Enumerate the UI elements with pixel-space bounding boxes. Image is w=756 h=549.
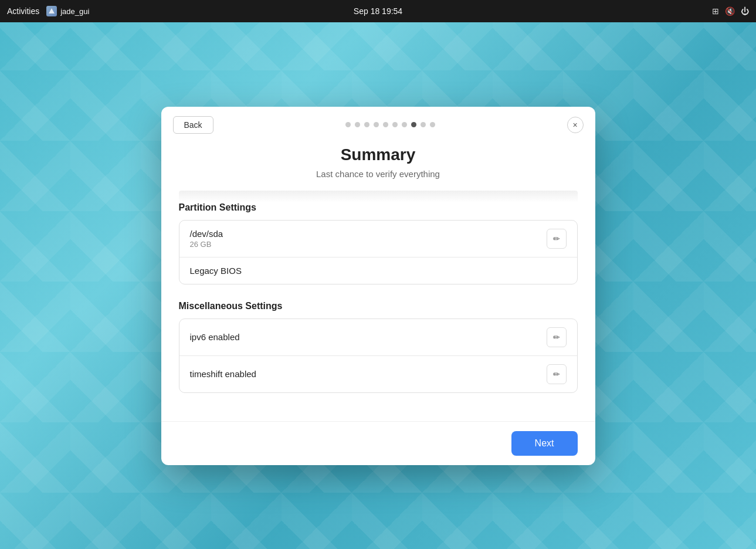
step-dot-4 [374,122,379,127]
timeshift-row: timeshift enabled ✏ [179,356,577,392]
dialog-footer: Next [161,421,595,465]
app-name: jade_gui [60,7,89,16]
close-button[interactable]: × [567,117,584,133]
app-indicator[interactable]: jade_gui [46,6,89,16]
dialog-content: Partition Settings /dev/sda 26 GB ✏ Lega… [161,202,595,421]
taskbar-icons: ⊞ 🔇 ⏻ [712,6,749,16]
partition-device-info: /dev/sda 26 GB [190,229,223,249]
ipv6-info: ipv6 enabled [190,332,240,342]
partition-settings-title: Partition Settings [179,202,578,213]
step-dot-9 [421,122,426,127]
miscellaneous-settings-title: Miscellaneous Settings [179,301,578,311]
step-dot-8 [411,122,416,127]
network-icon: ⊞ [712,6,719,16]
next-button[interactable]: Next [511,431,578,456]
timeshift-edit-button[interactable]: ✏ [547,364,567,384]
miscellaneous-settings-section: Miscellaneous Settings ipv6 enabled ✏ ti… [179,301,578,393]
partition-device-row: /dev/sda 26 GB ✏ [179,221,577,257]
dialog-title: Summary [185,145,572,164]
ipv6-edit-button[interactable]: ✏ [547,327,567,347]
partition-device-sub: 26 GB [190,240,223,249]
dialog-title-area: Summary Last chance to verify everything [161,140,595,191]
ipv6-row: ipv6 enabled ✏ [179,319,577,356]
partition-bios-main: Legacy BIOS [190,266,242,276]
svg-marker-0 [49,8,55,13]
dialog-subtitle: Last chance to verify everything [185,169,572,179]
partition-device-edit-button[interactable]: ✏ [547,229,567,249]
step-dot-2 [355,122,360,127]
miscellaneous-settings-card: ipv6 enabled ✏ timeshift enabled ✏ [179,318,578,393]
step-dots [345,122,435,127]
scroll-indicator-top [179,191,578,202]
step-dot-1 [345,122,351,127]
step-dot-7 [402,122,407,127]
taskbar: Activities jade_gui Sep 18 19:54 ⊞ 🔇 ⏻ [0,0,756,22]
ipv6-main: ipv6 enabled [190,332,240,342]
step-dot-6 [392,122,398,127]
dialog-overlay: Back × Summary Last chance to verify eve… [0,22,756,549]
partition-bios-info: Legacy BIOS [190,266,242,276]
dialog-header: Back × [161,107,595,140]
step-dot-3 [364,122,369,127]
taskbar-datetime: Sep 18 19:54 [354,6,402,16]
timeshift-info: timeshift enabled [190,369,256,379]
back-button[interactable]: Back [173,116,213,134]
partition-bios-row: Legacy BIOS [179,257,577,284]
step-dot-5 [383,122,388,127]
volume-icon: 🔇 [725,6,735,16]
step-dot-10 [430,122,435,127]
app-icon [46,6,57,16]
partition-settings-section: Partition Settings /dev/sda 26 GB ✏ Lega… [179,202,578,284]
partition-settings-card: /dev/sda 26 GB ✏ Legacy BIOS [179,220,578,284]
partition-device-main: /dev/sda [190,229,223,239]
summary-dialog: Back × Summary Last chance to verify eve… [161,107,595,465]
power-icon: ⏻ [741,6,749,16]
activities-button[interactable]: Activities [7,6,39,16]
timeshift-main: timeshift enabled [190,369,256,379]
